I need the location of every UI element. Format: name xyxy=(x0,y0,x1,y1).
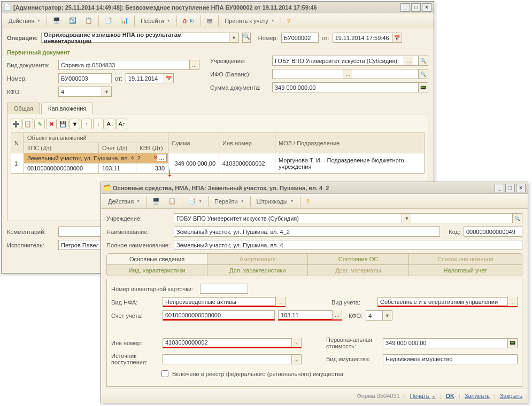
help-icon[interactable]: ? xyxy=(303,196,314,207)
maximize-button[interactable]: □ xyxy=(411,3,421,12)
close-link[interactable]: Закрыть xyxy=(500,393,522,399)
kfo2-field[interactable]: 4 ▼ xyxy=(366,310,392,321)
sum-field[interactable]: 349 000 000,00 📟 xyxy=(272,82,428,92)
toolbar-icon-4[interactable]: 📑 xyxy=(101,15,116,27)
calc-icon[interactable]: 📟 xyxy=(507,339,517,348)
toolbar-dtkt-icon[interactable]: ДтКт xyxy=(179,15,199,27)
minimize-button[interactable]: _ xyxy=(495,184,504,192)
dropdown-icon[interactable]: ▼ xyxy=(382,311,392,320)
tab-tax[interactable]: Налоговый учет xyxy=(409,265,522,276)
toolbar-icon-2[interactable]: ↩️ xyxy=(65,15,80,27)
actions-menu[interactable]: Действия▼ xyxy=(5,15,44,27)
accept-button[interactable]: Принять к учету▼ xyxy=(221,15,278,27)
tab-drag[interactable]: Драг. материалы xyxy=(308,265,408,276)
close-button[interactable]: × xyxy=(422,3,431,12)
tab-general[interactable]: Общая xyxy=(7,103,40,114)
col-acct[interactable]: Счет (Дт) xyxy=(99,143,136,153)
number-field[interactable] xyxy=(281,33,319,43)
col-obj[interactable]: Объект кап.вложений xyxy=(24,133,168,143)
barcodes-menu[interactable]: Штрихкоды▼ xyxy=(253,196,298,207)
col-kps[interactable]: КПС (Дт) xyxy=(24,143,99,153)
tab-dop[interactable]: Доп. характеристики xyxy=(207,265,308,276)
tab-amort[interactable]: Амортизация xyxy=(207,254,308,265)
add-copy-icon[interactable]: 📋 xyxy=(22,119,33,129)
acct-type-field[interactable]: Собственные и в оперативном управлении … xyxy=(377,297,518,307)
dropdown-icon[interactable]: ▼ xyxy=(402,214,411,223)
goto-menu[interactable]: Перейти▼ xyxy=(137,15,174,27)
search-icon[interactable]: 🔍 xyxy=(418,69,428,79)
edit-row-icon[interactable]: ✎ xyxy=(34,119,45,129)
tab-capital[interactable]: Кап.вложения xyxy=(41,103,93,114)
fullname-field[interactable] xyxy=(174,240,522,250)
toolbar-icon-1[interactable]: 🖥️ xyxy=(49,15,64,27)
actions-menu[interactable]: Действия▼ xyxy=(104,196,144,207)
src-field[interactable]: … xyxy=(163,354,302,364)
calendar-icon[interactable]: 📅 xyxy=(392,33,402,42)
tab-main-info[interactable]: Основные сведения xyxy=(107,254,207,265)
more-icon[interactable]: ▼ xyxy=(70,119,80,129)
org-field[interactable]: ГОБУ ВПО Университет искусств (Субсидия)… xyxy=(272,56,428,66)
proptype-field[interactable]: Недвижимое имущество xyxy=(383,354,518,364)
ellipsis-icon[interactable]: … xyxy=(291,355,301,364)
operation-field[interactable]: Оприходование излишков НПА по результата… xyxy=(41,33,239,43)
dropdown-icon[interactable]: ▼ xyxy=(229,33,238,42)
move-down-icon[interactable]: ↓ xyxy=(93,119,104,129)
toolbar-icon-3[interactable]: 📋 xyxy=(81,15,96,27)
goto-menu[interactable]: Перейти▼ xyxy=(211,196,248,207)
ellipsis-icon[interactable]: … xyxy=(275,297,285,306)
save-icon[interactable]: 💾 xyxy=(58,119,68,129)
doc-type-field[interactable]: Справка ф.0504833 … xyxy=(58,60,199,70)
ellipsis-icon[interactable]: … xyxy=(404,56,413,65)
registry-checkbox[interactable] xyxy=(161,370,168,377)
help-icon[interactable]: ? xyxy=(283,15,295,27)
ifo-field[interactable]: … 🔍 xyxy=(272,69,428,79)
calc-icon[interactable]: 📟 xyxy=(418,83,428,92)
comment-field[interactable] xyxy=(58,227,101,237)
cell-clear-icon[interactable]: × xyxy=(154,154,157,160)
add-row-icon[interactable]: ➕ xyxy=(11,119,21,129)
date2-field[interactable]: 19.11.2014 📅 xyxy=(126,73,174,83)
col-n[interactable]: N xyxy=(11,133,24,153)
toolbar-barcode-icon[interactable]: ▤ xyxy=(203,15,216,27)
table-row[interactable]: 1 Земельный участок, ул. Пушкина, вл. 4_… xyxy=(11,153,425,163)
sort-asc-icon[interactable]: A↓ xyxy=(105,119,115,129)
toolbar-icon-1[interactable]: 🖥️ xyxy=(149,196,164,207)
acct-field2[interactable]: 103.11 … xyxy=(278,310,342,321)
date-field[interactable]: 19.11.2014 17:59:46 📅 xyxy=(333,33,402,43)
delete-row-icon[interactable]: ✖ xyxy=(46,119,57,129)
org-field[interactable]: ГОБУ ВПО Университет искусств (Субсидия)… xyxy=(174,213,522,223)
col-kek[interactable]: КЭК (Дт) xyxy=(136,143,168,153)
inv-field[interactable]: 4103000000002 … xyxy=(163,338,302,348)
toolbar-icon-3[interactable]: 📑▼ xyxy=(184,196,206,207)
toolbar-icon-2[interactable]: 📋 xyxy=(165,196,180,207)
number2-field[interactable] xyxy=(58,73,112,83)
cell-ellipsis-icon[interactable]: … xyxy=(157,154,167,161)
col-inv[interactable]: Инв номер xyxy=(219,133,275,153)
tab-invlist[interactable]: Список инв.номеров xyxy=(409,254,522,265)
ellipsis-icon[interactable]: … xyxy=(189,60,199,69)
ellipsis-icon[interactable]: … xyxy=(291,338,301,347)
nfa-field[interactable]: Непроизведенные активы … xyxy=(163,297,286,307)
search-icon[interactable]: 🔍 xyxy=(512,214,522,223)
save-button[interactable]: Записать xyxy=(465,393,490,399)
calendar-icon[interactable]: 📅 xyxy=(164,74,173,83)
initcost-field[interactable]: 349 000 000,00 📟 xyxy=(383,338,518,348)
print-button[interactable]: Печать ▼ xyxy=(410,393,435,399)
tab-ind[interactable]: Инд. характеристики xyxy=(107,265,207,276)
close-button[interactable]: × xyxy=(516,184,526,192)
tab-state[interactable]: Состояние ОС xyxy=(308,254,408,265)
ellipsis-icon[interactable]: … xyxy=(343,69,352,79)
code-field[interactable] xyxy=(464,227,522,237)
search-icon[interactable]: 🔍 xyxy=(242,33,251,43)
maximize-button[interactable]: □ xyxy=(505,184,515,192)
invcard-field[interactable] xyxy=(200,284,248,294)
ok-button[interactable]: OK xyxy=(445,393,454,399)
acct-field1[interactable]: 00100000000000000 xyxy=(163,310,275,321)
dropdown-icon[interactable]: ▼ xyxy=(102,87,111,96)
col-sum[interactable]: Сумма xyxy=(168,133,219,153)
sort-desc-icon[interactable]: A↑ xyxy=(117,119,127,129)
cell-obj[interactable]: Земельный участок, ул. Пушкина, вл. 4_2 … xyxy=(24,153,168,163)
minimize-button[interactable]: _ xyxy=(400,3,410,12)
executor-field[interactable] xyxy=(58,240,101,250)
ellipsis-icon[interactable]: … xyxy=(507,297,517,306)
